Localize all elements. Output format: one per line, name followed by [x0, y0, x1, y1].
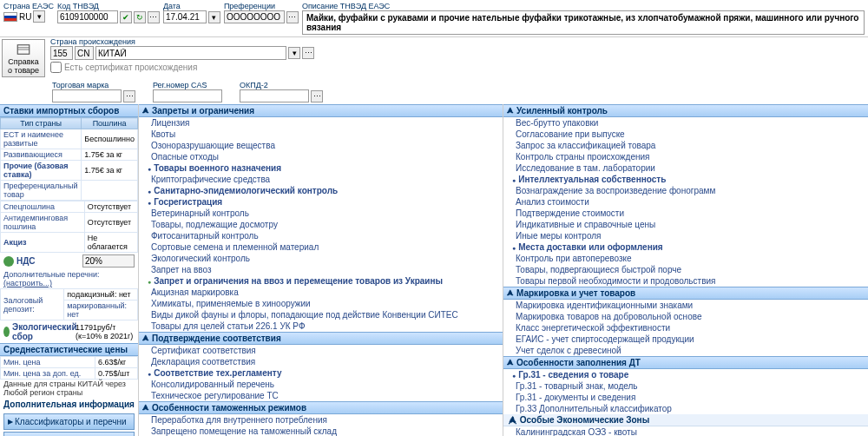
list-item[interactable]: Вознаграждение за воспроизведение фоногр… [503, 185, 868, 196]
info-header: Дополнительная информация [0, 397, 138, 412]
origin-iso[interactable] [75, 46, 94, 60]
pref-input[interactable] [224, 10, 285, 23]
left-panel: Ставки импортных сборов Тип страныПошлин… [0, 104, 139, 436]
list-item[interactable]: Калининградская ОЭЗ - квоты [503, 426, 868, 436]
list-item[interactable]: Гр.31 - документы и сведения [503, 392, 868, 403]
list-item[interactable]: Анализ стоимости [503, 196, 868, 208]
collapse-icon[interactable]: ⮝ [142, 334, 149, 342]
tm-more[interactable]: ⋯ [123, 90, 135, 102]
list-item[interactable]: Экологический контроль [139, 253, 503, 264]
accept-icon[interactable]: ✔ [120, 11, 132, 23]
list-item[interactable]: Подтверждение стоимости [503, 208, 868, 219]
list-item[interactable]: Химикаты, применяемые в хинооружии [139, 298, 503, 309]
list-item[interactable]: Санитарно-эпидемиологический контроль [139, 185, 503, 196]
nds-icon [3, 256, 14, 267]
pref-more[interactable]: ⋯ [286, 11, 299, 23]
okpd-more[interactable]: ⋯ [311, 90, 323, 102]
cas-input[interactable] [153, 89, 222, 102]
list-item[interactable]: Соответствие тех.регламенту [139, 367, 503, 379]
nav-classifiers[interactable]: ▶Классификаторы и перечни [3, 413, 135, 430]
tm-label: Торговая марка [52, 81, 135, 89]
list-item[interactable]: Товары первой необходимости и продовольс… [503, 275, 868, 287]
list-item[interactable]: Сертификат соответствия [139, 345, 503, 356]
eco-icon [3, 327, 10, 337]
okpd-input[interactable] [240, 89, 309, 102]
origin-name[interactable] [95, 46, 286, 60]
desc-label: Описание ТНВЭД ЕАЭС [302, 2, 865, 10]
list-item[interactable]: Товары, подвергающиеся быстрой порче [503, 264, 868, 275]
origin-dropdown[interactable]: ▾ [288, 47, 300, 59]
code-input[interactable] [57, 10, 118, 23]
list-item[interactable]: Переработка для внутреннего потребления [139, 414, 503, 426]
list-item[interactable]: Акцизная маркировка [139, 287, 503, 298]
list-item[interactable]: Класс энергетической эффективности [503, 322, 868, 334]
cert-checkbox-row[interactable]: Есть сертификат происхождения [50, 62, 865, 73]
list-item[interactable]: Иные меры контроля [503, 230, 868, 241]
collapse-icon[interactable]: ⮝ [507, 359, 514, 367]
list-item[interactable]: Вес-брутто упаковки [503, 117, 868, 129]
list-item[interactable]: Места доставки или оформления [503, 241, 868, 253]
list-item[interactable]: Гр.33 Дополнительный классификатор [503, 403, 868, 414]
collapse-icon[interactable]: ⮝ [507, 107, 514, 115]
list-item[interactable]: Контроль при автоперевозке [503, 253, 868, 264]
nav-customs[interactable]: ▶Таможенные и гос.органы [3, 432, 135, 436]
nds-value [82, 254, 135, 268]
list-item[interactable]: Опасные отходы [139, 151, 503, 162]
list-item[interactable]: Исследование в там. лаборатории [503, 162, 868, 174]
middle-panel: ⮝Запреты и ограничения Лицензия Квоты Оз… [139, 104, 503, 436]
date-input[interactable] [163, 10, 207, 23]
list-item[interactable]: Квоты [139, 129, 503, 140]
right-panel: ⮝Усиленный контроль Вес-брутто упаковки … [503, 104, 868, 436]
list-item[interactable]: Учет сделок с древесиной [503, 345, 868, 356]
list-item[interactable]: Виды дикой фауны и флоры, попадающие под… [139, 309, 503, 320]
list-item[interactable]: Товары для целей статьи 226.1 УК РФ [139, 320, 503, 332]
collapse-icon[interactable]: ⮝ [142, 107, 149, 115]
more-icon[interactable]: ⋯ [148, 11, 160, 23]
dop-config-link[interactable]: (настроить...) [3, 279, 52, 287]
list-item[interactable]: Сортовые семена и племенной материал [139, 241, 503, 253]
list-item[interactable]: Госрегистрация [139, 196, 503, 208]
list-item[interactable]: Гр.31 - товарный знак, модель [503, 380, 868, 392]
nds-label: НДС [16, 256, 36, 266]
list-item[interactable]: Запрет и ограничения на ввоз и перемещен… [139, 275, 503, 287]
list-item[interactable]: Консолидированный перечень [139, 379, 503, 390]
sub-header: ⮝ Особые Экономические Зоны [503, 414, 868, 426]
list-item[interactable]: Запрет на ввоз [139, 264, 503, 275]
list-item[interactable]: Криптографические средства [139, 174, 503, 185]
help-button[interactable]: Справкао товаре [2, 39, 45, 77]
country-label: Страна ЕАЭС [3, 2, 54, 10]
date-dropdown[interactable]: ▾ [208, 11, 220, 23]
list-item[interactable]: ЕГАИС - учет спиртосодержащей продукции [503, 334, 868, 345]
flag-icon [3, 12, 17, 22]
collapse-icon[interactable]: ⮝ [142, 404, 149, 412]
price-note: Данные для страны КИТАЙ через Любой реги… [0, 380, 138, 397]
list-item[interactable]: Техническое регулирование ТС [139, 390, 503, 401]
list-item[interactable]: Ветеринарный контроль [139, 208, 503, 219]
list-item[interactable]: Товары военного назначения [139, 162, 503, 174]
list-item[interactable]: Запрещено помещение на таможенный склад [139, 426, 503, 436]
prices-header: Среднестатистические цены [0, 343, 138, 356]
list-item[interactable]: Маркировка идентификационными знаками [503, 300, 868, 311]
okpd-label: ОКПД-2 [240, 81, 323, 89]
list-item[interactable]: Маркировка товаров на добровольной основ… [503, 311, 868, 322]
list-item[interactable]: Декларация соответствия [139, 356, 503, 367]
cas-label: Рег.номер CAS [153, 81, 222, 89]
list-item[interactable]: Индикативные и справочные цены [503, 219, 868, 230]
list-item[interactable]: Запрос за классификацией товара [503, 140, 868, 151]
list-item[interactable]: Лицензия [139, 117, 503, 129]
refresh-icon[interactable]: ↻ [134, 11, 146, 23]
list-item[interactable]: Товары, подлежащие досмотру [139, 219, 503, 230]
cert-checkbox[interactable] [50, 62, 62, 73]
list-item[interactable]: Согласование при выпуске [503, 129, 868, 140]
list-item[interactable]: Контроль страны происхождения [503, 151, 868, 162]
country-dropdown[interactable]: ▾ [33, 10, 45, 23]
list-item[interactable]: Интеллектуальная собственность [503, 174, 868, 185]
list-item[interactable]: Озоноразрушающие вещества [139, 140, 503, 151]
list-item[interactable]: Гр.31 - сведения о товаре [503, 369, 868, 380]
origin-more[interactable]: ⋯ [302, 47, 314, 59]
collapse-icon[interactable]: ⮝ [507, 289, 514, 297]
origin-num[interactable] [50, 46, 73, 60]
desc-text: Майки, фуфайки с рукавами и прочие нател… [302, 10, 865, 35]
list-item[interactable]: Фитосанитарный контроль [139, 230, 503, 241]
tm-input[interactable] [52, 89, 122, 102]
